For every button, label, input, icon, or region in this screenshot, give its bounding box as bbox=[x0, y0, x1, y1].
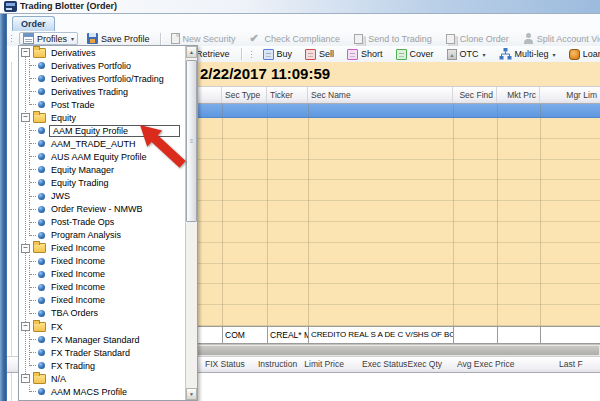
collapse-icon[interactable]: − bbox=[21, 374, 30, 383]
tree-folder-derivatives[interactable]: −Derivatives bbox=[19, 46, 185, 59]
tree-connector bbox=[29, 216, 37, 229]
column-header[interactable]: Mgr Lim bbox=[540, 87, 600, 103]
tree-connector bbox=[29, 124, 37, 137]
collapse-icon[interactable]: − bbox=[21, 322, 30, 331]
loan-button[interactable]: Loan ▾ bbox=[566, 48, 600, 61]
toolbar-separator bbox=[160, 33, 161, 45]
tree-folder-fixed-income[interactable]: −Fixed Income bbox=[19, 242, 185, 255]
horizontal-scrollbar[interactable] bbox=[191, 344, 600, 356]
entry-cell[interactable] bbox=[453, 326, 498, 344]
short-button[interactable]: Short bbox=[344, 48, 386, 61]
grid-column-line bbox=[308, 104, 309, 326]
profile-bullet-icon bbox=[38, 62, 45, 69]
tree-item-order-review-nmwb[interactable]: Order Review - NMWB bbox=[19, 203, 185, 216]
tree-item-fx-trader-standard[interactable]: FX Trader Standard bbox=[19, 346, 185, 359]
save-profile-button[interactable]: Save Profile bbox=[84, 32, 153, 45]
tree-item-label: AAM_TRADE_AUTH bbox=[49, 139, 138, 149]
otc-button[interactable]: OTC ▾ bbox=[444, 48, 489, 61]
otc-label: OTC bbox=[460, 49, 479, 59]
tree-connector bbox=[29, 281, 37, 294]
column-header[interactable]: Last F bbox=[556, 357, 600, 372]
tree-folder-fx[interactable]: −FX bbox=[19, 320, 185, 333]
tree-item-derivatives-portfolio-trading[interactable]: Derivatives Portfolio/Trading bbox=[19, 72, 185, 85]
multi-leg-icon bbox=[499, 48, 512, 60]
tree-item-derivatives-portfolio[interactable]: Derivatives Portfolio bbox=[19, 59, 185, 72]
tree-item-post-trade[interactable]: Post Trade bbox=[19, 98, 185, 111]
tree-item-fx-trading[interactable]: FX Trading bbox=[19, 359, 185, 372]
tree-folder-label: FX bbox=[49, 322, 65, 332]
profile-bullet-icon bbox=[38, 362, 45, 369]
entry-cell[interactable]: CREAL* M bbox=[267, 326, 309, 344]
profile-bullet-icon bbox=[38, 219, 45, 226]
toolbar-separator bbox=[241, 48, 242, 60]
toolbar-grip[interactable] bbox=[250, 50, 253, 59]
scroll-up-icon[interactable]: ▲ bbox=[186, 46, 197, 58]
send-to-trading-icon bbox=[354, 34, 363, 44]
app-icon bbox=[4, 1, 17, 12]
main-toolbar: Profiles ▾ Save Profile New Security✔Che… bbox=[7, 31, 600, 46]
tree-item-tba-orders[interactable]: TBA Orders bbox=[19, 307, 185, 320]
profiles-button[interactable]: Profiles ▾ bbox=[19, 32, 78, 45]
tree-item-fixed-income[interactable]: Fixed Income bbox=[19, 281, 185, 294]
folder-icon bbox=[33, 113, 46, 123]
buy-button[interactable]: Buy bbox=[260, 48, 296, 61]
tree-item-label: FX Trading bbox=[49, 361, 97, 371]
entry-cell[interactable] bbox=[497, 326, 541, 344]
tree-item-derivatives-trading[interactable]: Derivatives Trading bbox=[19, 85, 185, 98]
tree-item-program-analysis[interactable]: Program Analysis bbox=[19, 229, 185, 242]
tree-item-fixed-income[interactable]: Fixed Income bbox=[19, 268, 185, 281]
retrieve-button[interactable]: Retrieve bbox=[193, 48, 233, 61]
column-header[interactable]: Sec Type bbox=[222, 87, 267, 103]
buy-icon bbox=[263, 49, 274, 60]
horizontal-scrollbar-thumb[interactable] bbox=[192, 346, 599, 355]
column-header[interactable]: Exec Qty bbox=[385, 357, 445, 372]
column-header[interactable]: Sec Name bbox=[308, 87, 453, 103]
tree-item-fx-manager-standard[interactable]: FX Manager Standard bbox=[19, 333, 185, 346]
tree-item-label: Program Analysis bbox=[49, 230, 123, 240]
tree-item-aam-macs-profile[interactable]: AAM MACS Profile bbox=[19, 385, 185, 398]
tree-folder-n-a[interactable]: −N/A bbox=[19, 372, 185, 385]
entry-cell[interactable] bbox=[540, 326, 600, 344]
collapse-icon[interactable]: − bbox=[21, 113, 30, 122]
profiles-tree: −DerivativesDerivatives PortfolioDerivat… bbox=[19, 46, 185, 400]
collapse-icon[interactable]: − bbox=[21, 244, 30, 253]
save-icon bbox=[87, 33, 98, 44]
profile-bullet-icon bbox=[38, 349, 45, 356]
profiles-icon bbox=[23, 33, 34, 44]
tree-item-fixed-income[interactable]: Fixed Income bbox=[19, 294, 185, 307]
chevron-down-icon: ▾ bbox=[483, 51, 486, 58]
dropdown-scrollbar[interactable]: ▲ ≡ ▼ bbox=[185, 46, 197, 400]
selected-row[interactable] bbox=[191, 104, 600, 118]
folder-icon bbox=[33, 374, 46, 384]
column-header[interactable]: Ticker bbox=[267, 87, 308, 103]
folder-icon bbox=[33, 322, 46, 332]
order-toolbar: Retrieve Buy Sell Short Cover OTC ▾ bbox=[191, 46, 600, 62]
tree-item-jws[interactable]: JWS bbox=[19, 190, 185, 203]
tree-item-label: Fixed Income bbox=[49, 295, 107, 305]
tree-connector bbox=[29, 346, 37, 359]
entry-cell[interactable]: CREDITO REAL S A DE C V/SHS OF BONDI bbox=[308, 326, 454, 344]
titlebar: Trading Blotter (Order) bbox=[0, 0, 600, 14]
grid-column-line bbox=[497, 104, 498, 326]
column-header[interactable]: Sec Find bbox=[453, 87, 497, 103]
cover-button[interactable]: Cover bbox=[393, 48, 437, 61]
column-header[interactable]: Limit Price bbox=[287, 357, 347, 372]
split-account-violations-label: Split Account Violations bbox=[537, 34, 600, 44]
toolbar-grip[interactable] bbox=[10, 34, 13, 43]
grid-column-line bbox=[453, 104, 454, 326]
sell-button[interactable]: Sell bbox=[302, 48, 337, 61]
tree-item-fixed-income[interactable]: Fixed Income bbox=[19, 255, 185, 268]
tab-order[interactable]: Order bbox=[12, 16, 55, 31]
entry-cell[interactable]: COM bbox=[222, 326, 268, 344]
tree-item-label: Derivatives Portfolio/Trading bbox=[49, 74, 166, 84]
column-header[interactable]: Avg Exec Price bbox=[454, 357, 524, 372]
chevron-down-icon: ▾ bbox=[553, 51, 556, 58]
order-grid-rows[interactable] bbox=[191, 118, 600, 326]
collapse-icon[interactable]: − bbox=[21, 48, 30, 57]
multi-leg-button[interactable]: Multi-leg ▾ bbox=[496, 48, 559, 61]
scroll-down-icon[interactable]: ▼ bbox=[186, 388, 197, 400]
column-header[interactable]: Mkt Prc bbox=[497, 87, 540, 103]
new-security-label: New Security bbox=[183, 34, 236, 44]
save-profile-label: Save Profile bbox=[101, 34, 150, 44]
tree-item-post-trade-ops[interactable]: Post-Trade Ops bbox=[19, 216, 185, 229]
